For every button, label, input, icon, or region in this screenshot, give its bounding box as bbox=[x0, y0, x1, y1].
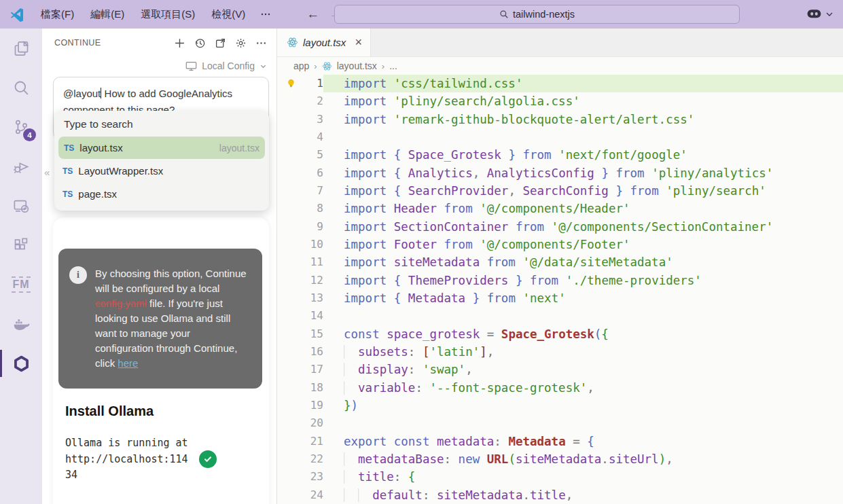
line-number: 14 bbox=[277, 307, 323, 325]
fm-extension-icon[interactable]: FM bbox=[0, 265, 42, 304]
search-value: tailwind-nextjs bbox=[513, 9, 575, 20]
search-view-icon[interactable] bbox=[0, 68, 42, 107]
continue-sidebar: CONTINUE Local Config @layout How to add… bbox=[42, 29, 277, 504]
code-line[interactable]: 6import { Analytics, AnalyticsConfig } f… bbox=[277, 164, 843, 182]
install-heading: Install Ollama bbox=[65, 403, 262, 419]
dropdown-item-label: page.tsx bbox=[78, 188, 117, 200]
mention-token: @layout bbox=[63, 88, 101, 99]
breadcrumb-root[interactable]: app bbox=[293, 60, 309, 71]
line-number: 13 bbox=[277, 289, 323, 307]
source-control-icon[interactable]: 4 bbox=[0, 107, 42, 147]
code-line[interactable]: 22 metadataBase: new URL(siteMetadata.si… bbox=[277, 450, 843, 468]
tab-layout-tsx[interactable]: layout.tsx × bbox=[277, 29, 371, 56]
menu-selection[interactable]: 選取項目(S) bbox=[132, 5, 203, 24]
config-yaml-code: config.yaml bbox=[95, 298, 147, 309]
line-number: 17 bbox=[277, 361, 323, 378]
menu-edit[interactable]: 編輯(E) bbox=[82, 5, 132, 24]
breadcrumb-symbol[interactable]: ... bbox=[389, 60, 397, 71]
line-number: 10 bbox=[277, 236, 323, 253]
search-icon bbox=[499, 10, 509, 19]
code-line[interactable]: 17 display: 'swap', bbox=[277, 361, 843, 378]
file-search-dropdown: Type to search TSlayout.tsxlayout.tsxTSL… bbox=[54, 111, 269, 211]
continue-extension-icon[interactable] bbox=[0, 344, 42, 383]
vscode-logo-icon bbox=[10, 7, 24, 22]
code-line[interactable]: 9import SectionContainer from '@/compone… bbox=[277, 218, 843, 236]
menu-view[interactable]: 檢視(V) bbox=[203, 5, 253, 24]
line-number: 16 bbox=[277, 343, 323, 361]
code-line[interactable]: 13import { Metadata } from 'next' bbox=[277, 289, 843, 307]
code-line[interactable]: 21export const metadata: Metadata = { bbox=[277, 433, 843, 450]
breadcrumb-file[interactable]: layout.tsx bbox=[337, 60, 377, 71]
code-line[interactable]: 18 variable: '--font-space-grotesk', bbox=[277, 379, 843, 397]
here-link[interactable]: here bbox=[118, 357, 138, 369]
code-lines: 1import 'css/tailwind.css'2import 'pliny… bbox=[277, 75, 843, 504]
dropdown-item[interactable]: TSlayout.tsxlayout.tsx bbox=[58, 137, 265, 159]
dropdown-item-hint: layout.tsx bbox=[219, 143, 259, 154]
gear-icon[interactable] bbox=[235, 37, 247, 49]
line-number: 5 bbox=[277, 146, 323, 164]
activity-bar: 4 FM bbox=[0, 29, 42, 504]
line-number: 8 bbox=[277, 200, 323, 217]
typescript-icon: TS bbox=[64, 143, 74, 153]
line-number: 7 bbox=[277, 182, 323, 200]
dropdown-items: TSlayout.tsxlayout.tsxTSLayoutWrapper.ts… bbox=[54, 137, 269, 205]
collapse-chevron-icon[interactable]: « bbox=[44, 166, 50, 178]
line-number: 23 bbox=[277, 468, 323, 486]
code-line[interactable]: 10import Footer from '@/components/Foote… bbox=[277, 236, 843, 253]
new-session-icon[interactable] bbox=[174, 37, 185, 49]
check-icon bbox=[199, 450, 217, 468]
chevron-right-icon: › bbox=[314, 61, 317, 71]
line-number: 19 bbox=[277, 397, 323, 414]
install-ollama-section: Install Ollama Ollama is running at http… bbox=[65, 403, 262, 484]
code-line[interactable]: 15const space_grotesk = Space_Grotesk({ bbox=[277, 325, 843, 343]
dropdown-header: Type to search bbox=[54, 111, 269, 137]
line-number: 21 bbox=[277, 433, 323, 450]
chevron-down-icon bbox=[259, 62, 267, 70]
line-number: 9 bbox=[277, 218, 323, 236]
line-number: 15 bbox=[277, 325, 323, 343]
remote-explorer-icon[interactable] bbox=[0, 186, 42, 226]
line-number: 20 bbox=[277, 414, 323, 432]
code-line[interactable]: 7import { SearchProvider, SearchConfig }… bbox=[277, 182, 843, 200]
react-icon bbox=[322, 61, 332, 71]
dropdown-item[interactable]: TSLayoutWrapper.tsx bbox=[54, 160, 269, 182]
chevron-down-icon[interactable] bbox=[825, 10, 833, 18]
code-line[interactable]: 4 bbox=[277, 128, 843, 146]
code-line[interactable]: 24 default: siteMetadata.title, bbox=[277, 486, 843, 504]
menu-overflow-icon[interactable] bbox=[253, 6, 278, 22]
open-external-icon[interactable] bbox=[215, 37, 226, 49]
code-editor[interactable]: 1import 'css/tailwind.css'2import 'pliny… bbox=[277, 75, 843, 504]
tab-label: layout.tsx bbox=[303, 37, 346, 48]
code-line[interactable]: 11import siteMetadata from '@/data/siteM… bbox=[277, 253, 843, 271]
code-line[interactable]: 2import 'pliny/search/algolia.css' bbox=[277, 92, 843, 110]
extensions-icon[interactable] bbox=[0, 226, 42, 265]
lightbulb-icon[interactable] bbox=[286, 78, 296, 88]
copilot-icon[interactable] bbox=[806, 5, 823, 22]
code-line[interactable]: 1import 'css/tailwind.css' bbox=[277, 75, 843, 92]
more-actions-icon[interactable] bbox=[255, 37, 267, 49]
code-line[interactable]: 19}) bbox=[277, 397, 843, 414]
close-tab-icon[interactable]: × bbox=[355, 35, 362, 50]
code-line[interactable]: 16 subsets: ['latin'], bbox=[277, 343, 843, 361]
code-line[interactable]: 3import 'remark-github-blockquote-alert/… bbox=[277, 111, 843, 128]
info-icon: i bbox=[69, 266, 87, 284]
code-line[interactable]: 8import Header from '@/components/Header… bbox=[277, 200, 843, 217]
line-number: 22 bbox=[277, 450, 323, 468]
menu-file[interactable]: 檔案(F) bbox=[33, 5, 82, 24]
code-line[interactable]: 5import { Space_Grotesk } from 'next/fon… bbox=[277, 146, 843, 164]
line-number: 24 bbox=[277, 486, 323, 504]
nav-back-icon[interactable]: ← bbox=[306, 7, 319, 22]
run-debug-icon[interactable] bbox=[0, 147, 42, 186]
dropdown-item[interactable]: TSpage.tsx bbox=[54, 183, 269, 205]
explorer-icon[interactable] bbox=[0, 29, 42, 68]
code-line[interactable]: 12import { ThemeProviders } from './them… bbox=[277, 272, 843, 289]
chevron-right-icon: › bbox=[382, 61, 384, 71]
code-line[interactable]: 14 bbox=[277, 307, 843, 325]
docker-icon[interactable] bbox=[0, 304, 42, 344]
config-selector[interactable]: Local Config bbox=[42, 57, 276, 75]
code-line[interactable]: 23 title: { bbox=[277, 468, 843, 486]
command-search-input[interactable]: tailwind-nextjs bbox=[334, 5, 740, 24]
line-number: 11 bbox=[277, 253, 323, 271]
code-line[interactable]: 20 bbox=[277, 414, 843, 432]
history-icon[interactable] bbox=[194, 37, 206, 49]
